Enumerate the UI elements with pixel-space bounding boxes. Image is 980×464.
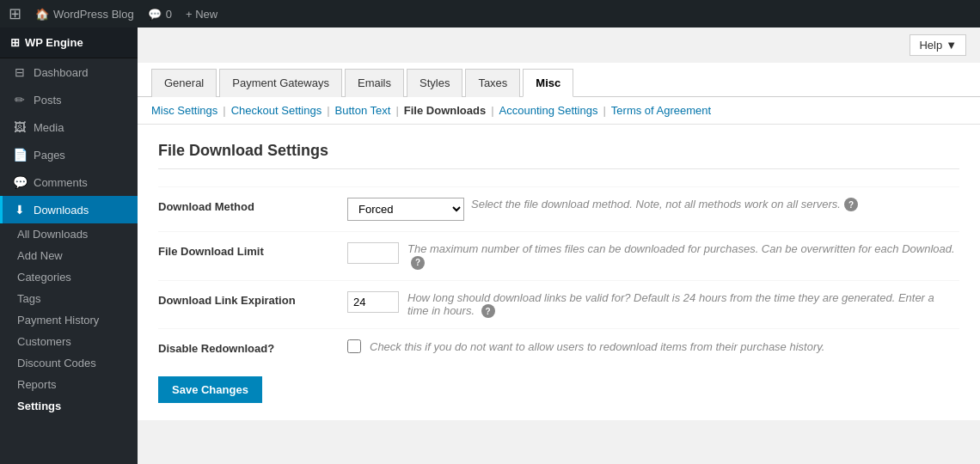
tab-taxes[interactable]: Taxes [465, 69, 520, 97]
download-method-label: Download Method [158, 187, 347, 232]
file-download-limit-row: File Download Limit The maximum number o… [158, 232, 959, 281]
download-method-select[interactable]: Forced Redirect X-Sendfile X-Accel-Redir… [347, 198, 464, 221]
sidebar-sub-reports[interactable]: Reports [0, 374, 138, 395]
top-bar: ⊞ 🏠 WordPress Blog 💬 0 + New [0, 0, 980, 27]
media-icon: 🖼 [13, 120, 27, 134]
sub-nav-checkout-settings[interactable]: Checkout Settings [231, 104, 322, 117]
sidebar-sub-payment-history[interactable]: Payment History [0, 309, 138, 331]
file-download-limit-help-icon[interactable]: ? [411, 256, 425, 270]
help-button[interactable]: Help ▼ [910, 34, 966, 56]
page-title: File Download Settings [158, 142, 959, 169]
tab-general[interactable]: General [151, 69, 217, 97]
download-link-expiration-row: Download Link Expiration How long should… [158, 280, 959, 329]
site-name-link[interactable]: 🏠 WordPress Blog [35, 8, 134, 21]
tab-payment-gateways[interactable]: Payment Gateways [219, 69, 342, 97]
download-method-field: Forced Redirect X-Sendfile X-Accel-Redir… [347, 187, 959, 232]
sidebar: ⊞ WP Engine ⊟ Dashboard ✏ Posts 🖼 Media … [0, 27, 138, 464]
disable-redownload-desc: Check this if you do not want to allow u… [370, 340, 824, 353]
sidebar-item-media[interactable]: 🖼 Media [0, 113, 138, 141]
new-link[interactable]: + New [186, 8, 217, 21]
sidebar-sub-categories[interactable]: Categories [0, 266, 138, 288]
sidebar-item-dashboard[interactable]: ⊟ Dashboard [0, 58, 138, 86]
comments-sidebar-icon: 💬 [13, 175, 27, 189]
downloads-icon: ⬇ [13, 203, 27, 217]
sidebar-sub-add-new[interactable]: Add New [0, 245, 138, 266]
sidebar-item-pages[interactable]: 📄 Pages [0, 141, 138, 168]
disable-redownload-label: Disable Redownload? [158, 329, 347, 369]
tab-emails[interactable]: Emails [345, 69, 404, 97]
download-link-expiration-help-icon[interactable]: ? [481, 304, 495, 318]
sidebar-brand[interactable]: ⊞ WP Engine [0, 27, 138, 58]
download-link-expiration-label: Download Link Expiration [158, 280, 347, 329]
save-changes-button[interactable]: Save Changes [158, 376, 262, 403]
tab-nav: General Payment Gateways Emails Styles T… [138, 63, 980, 97]
sub-nav-button-text[interactable]: Button Text [335, 104, 391, 117]
sub-nav-misc-settings[interactable]: Misc Settings [151, 104, 217, 117]
file-download-limit-field: The maximum number of times files can be… [347, 232, 959, 281]
download-method-desc: Select the file download method. Note, n… [471, 198, 841, 211]
settings-form-table: Download Method Forced Redirect X-Sendfi… [158, 186, 959, 368]
chevron-down-icon: ▼ [946, 39, 957, 52]
sidebar-sub-settings[interactable]: Settings [0, 395, 138, 417]
main-layout: ⊞ WP Engine ⊟ Dashboard ✏ Posts 🖼 Media … [0, 27, 980, 464]
disable-redownload-field: Check this if you do not want to allow u… [347, 329, 959, 369]
brand-icon: ⊞ [10, 36, 20, 49]
settings-content: File Download Settings Download Method F… [138, 125, 980, 420]
content-area: Help ▼ General Payment Gateways Emails S… [138, 27, 980, 464]
sidebar-item-posts[interactable]: ✏ Posts [0, 86, 138, 113]
tab-misc[interactable]: Misc [523, 69, 573, 97]
comments-link[interactable]: 💬 0 [148, 8, 172, 21]
sidebar-item-comments[interactable]: 💬 Comments [0, 168, 138, 196]
comments-icon: 💬 [148, 8, 162, 21]
sub-nav-accounting-settings[interactable]: Accounting Settings [499, 104, 598, 117]
pages-icon: 📄 [13, 148, 27, 162]
sidebar-sub-all-downloads[interactable]: All Downloads [0, 223, 138, 245]
wp-logo[interactable]: ⊞ [9, 4, 21, 23]
disable-redownload-row: Disable Redownload? Check this if you do… [158, 329, 959, 369]
download-method-row: Download Method Forced Redirect X-Sendfi… [158, 187, 959, 232]
tab-styles[interactable]: Styles [407, 69, 462, 97]
disable-redownload-checkbox[interactable] [347, 339, 361, 353]
file-download-limit-desc: The maximum number of times files can be… [407, 242, 955, 255]
sidebar-sub-customers[interactable]: Customers [0, 331, 138, 352]
sidebar-sub-discount-codes[interactable]: Discount Codes [0, 352, 138, 374]
dashboard-icon: ⊟ [13, 65, 27, 79]
sub-nav-file-downloads[interactable]: File Downloads [404, 104, 486, 117]
sidebar-item-downloads[interactable]: ⬇ Downloads [0, 196, 138, 223]
download-method-help-icon[interactable]: ? [844, 198, 858, 211]
file-download-limit-label: File Download Limit [158, 232, 347, 281]
download-link-expiration-input[interactable] [347, 291, 399, 313]
file-download-limit-input[interactable] [347, 242, 399, 264]
sub-nav: Misc Settings | Checkout Settings | Butt… [138, 97, 980, 125]
download-link-expiration-field: How long should download links be valid … [347, 280, 959, 329]
posts-icon: ✏ [13, 93, 27, 107]
sub-nav-terms-of-agreement[interactable]: Terms of Agreement [611, 104, 711, 117]
sidebar-sub-tags[interactable]: Tags [0, 288, 138, 309]
help-bar: Help ▼ [138, 27, 980, 63]
